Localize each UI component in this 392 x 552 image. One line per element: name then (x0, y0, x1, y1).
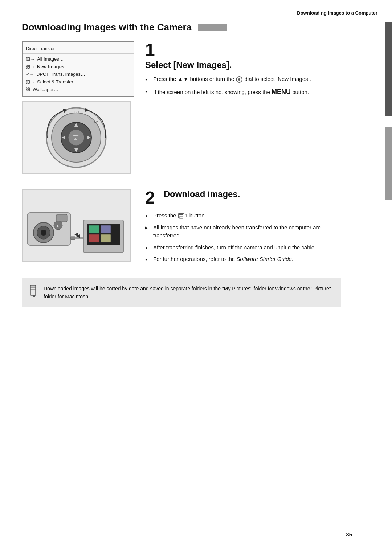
menu-item-label: Select & Transfer… (37, 79, 78, 85)
step1-left: Direct Transfer 🖼→ All Images… 🖼→ New Im… (22, 41, 134, 178)
print-transfer-icon (178, 213, 188, 219)
main-content: Downloading Images with the Camera Direc… (0, 0, 377, 329)
step2-bullet-2-text: All images that have not already been tr… (153, 224, 321, 239)
step2-section: ▶ (22, 189, 341, 267)
step1-bullets: Press the ▲▼ buttons or turn the dial to… (145, 75, 341, 97)
svg-text:ISO: ISO (74, 110, 79, 114)
step2-bullet-4: For further operations, refer to the Sof… (145, 255, 341, 263)
menu-item-new-images: 🖼→ New Images… (23, 63, 134, 70)
pencil-icon (28, 285, 38, 298)
svg-text:MF: MF (94, 121, 98, 123)
step2-bullet-1: Press the button. (145, 212, 341, 220)
note-box: Downloaded images will be sorted by date… (22, 278, 341, 307)
step2-header: 2 Download images. (145, 189, 341, 207)
menu-item-label: Wallpaper… (33, 87, 58, 92)
page-header: Downloading Images to a Computer (297, 10, 377, 16)
step1-right: 1 Select [New Images]. Press the ▲▼ butt… (145, 41, 341, 178)
menu-item-dpof: ✔→ DPOF Trans. Images… (23, 70, 134, 78)
note-text: Downloaded images will be sorted by date… (44, 286, 331, 299)
menu-item-label: New Images… (37, 64, 69, 69)
software-guide-ref: Software Starter Guide (236, 256, 292, 262)
sidebar-tab-bottom (385, 127, 392, 200)
svg-rect-24 (89, 225, 99, 233)
step2-left: ▶ (22, 189, 134, 267)
menu-item: 🖼→ All Images… (23, 55, 134, 63)
step2-number: 2 (145, 189, 155, 207)
menu-item-icon: 🖾 (26, 87, 30, 92)
menu-item-icon: 🖼→ (26, 79, 35, 85)
title-decoration-bar (198, 24, 227, 31)
menu-title: Direct Transfer (23, 45, 134, 54)
step1-bullet-1-text: Press the ▲▼ buttons or turn the dial to… (153, 76, 311, 82)
svg-rect-30 (71, 237, 75, 240)
camera-connection-svg: ▶ (24, 191, 129, 260)
svg-marker-39 (33, 295, 36, 298)
menu-item-icon: ✔→ (26, 72, 34, 77)
step1-bullet-2-text: If the screen on the left is not showing… (153, 89, 309, 95)
dial-icon (236, 76, 243, 83)
menu-item-icon: 🖼→ (26, 64, 35, 69)
step1-title: Select [New Images]. (145, 60, 341, 70)
camera-dial-svg: FUNC SET ISO MF (36, 105, 116, 170)
svg-rect-32 (179, 213, 183, 215)
step2-bullet-4-text: For further operations, refer to the Sof… (153, 256, 293, 262)
svg-rect-27 (101, 234, 111, 242)
step1-number: 1 (145, 41, 341, 58)
step1-bullet-2: If the screen on the left is not showing… (145, 87, 341, 97)
step2-bullet-3-text: After transferring finishes, turn off th… (153, 244, 316, 250)
menu-item-wallpaper: 🖾 Wallpaper… (23, 86, 134, 93)
menu-item-label: All Images… (37, 56, 64, 62)
page-title: Downloading Images with the Camera (22, 22, 341, 33)
menu-item-icon: 🖼→ (26, 57, 35, 62)
page-header-text: Downloading Images to a Computer (297, 10, 377, 16)
camera-connection-image: ▶ (22, 189, 131, 262)
svg-rect-26 (89, 234, 99, 242)
step2-bullet-3: After transferring finishes, turn off th… (145, 244, 341, 252)
svg-point-17 (41, 230, 46, 236)
svg-rect-25 (101, 225, 111, 233)
step2-title: Download images. (164, 189, 240, 199)
svg-text:FUNC: FUNC (73, 134, 79, 137)
sidebar-tab-top (385, 22, 392, 116)
sidebar-decoration (363, 0, 392, 552)
svg-text:SET: SET (74, 138, 79, 140)
step2-bullet-1-text: Press the button. (153, 212, 206, 218)
step2-bullets: Press the button. All images that have n… (145, 212, 341, 263)
svg-point-13 (238, 78, 240, 81)
menu-item-select: 🖼→ Select & Transfer… (23, 78, 134, 86)
direct-transfer-menu: Direct Transfer 🖼→ All Images… 🖼→ New Im… (22, 41, 134, 97)
svg-rect-18 (56, 214, 67, 222)
note-icon (28, 285, 38, 301)
step2-bullet-2: All images that have not already been tr… (145, 224, 341, 240)
step1-section: Direct Transfer 🖼→ All Images… 🖼→ New Im… (22, 41, 341, 178)
page-title-text: Downloading Images with the Camera (22, 22, 192, 33)
camera-dial-image: FUNC SET ISO MF (22, 101, 131, 174)
step1-bullet-1: Press the ▲▼ buttons or turn the dial to… (145, 75, 341, 83)
step2-right: 2 Download images. Press the (145, 189, 341, 267)
page-number: 35 (346, 531, 352, 537)
menu-item-label: DPOF Trans. Images… (36, 71, 85, 77)
